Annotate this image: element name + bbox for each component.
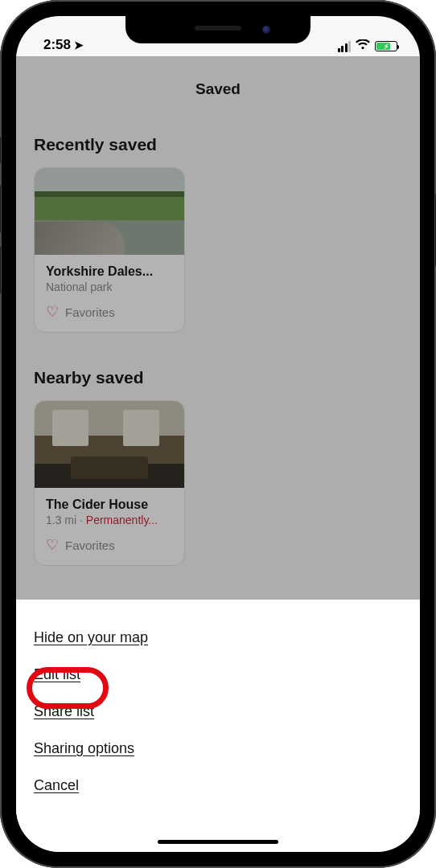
page-title: Saved [16, 56, 420, 130]
battery-icon: ⚡︎ [375, 41, 397, 51]
place-status: Permanently... [86, 514, 158, 526]
section-title-recent: Recently saved [16, 130, 420, 167]
sheet-hide-on-map[interactable]: Hide on your map [34, 619, 148, 656]
place-distance: 1.3 mi [46, 514, 76, 526]
place-sep: · [76, 514, 86, 526]
charging-icon: ⚡︎ [384, 43, 389, 50]
sheet-edit-list[interactable]: Edit list [34, 656, 80, 693]
favorites-label: Favorites [65, 538, 115, 552]
cellular-signal-icon [338, 41, 352, 52]
place-name: The Cider House [46, 497, 173, 512]
volume-up-button [0, 185, 1, 233]
speaker [195, 26, 241, 31]
heart-icon: ♡ [46, 536, 59, 554]
location-icon: ➤ [74, 39, 84, 51]
place-subtitle: 1.3 mi · Permanently... [46, 514, 173, 526]
place-card-recent[interactable]: Yorkshire Dales... National park ♡ Favor… [34, 167, 185, 333]
action-sheet: Hide on your map Edit list Share list Sh… [16, 600, 420, 852]
screen: 2:58 ➤ ⚡︎ Saved Recently saved [16, 16, 420, 852]
sheet-sharing-options[interactable]: Sharing options [34, 730, 134, 767]
wifi-icon [356, 39, 370, 52]
section-title-nearby: Nearby saved [16, 363, 420, 400]
notch [125, 16, 311, 43]
status-time: 2:58 [43, 37, 71, 53]
place-subtitle: National park [46, 280, 173, 293]
home-indicator[interactable] [158, 840, 278, 844]
mute-switch [0, 137, 1, 164]
place-image [35, 401, 184, 488]
place-image [35, 168, 184, 255]
front-camera [262, 26, 270, 34]
sheet-share-list[interactable]: Share list [34, 693, 94, 730]
phone-frame: 2:58 ➤ ⚡︎ Saved Recently saved [0, 0, 436, 868]
page-content: Saved Recently saved Yorkshire Dales... … [16, 56, 420, 566]
volume-down-button [0, 246, 1, 294]
heart-icon: ♡ [46, 303, 59, 321]
sheet-cancel[interactable]: Cancel [34, 767, 79, 804]
place-card-nearby[interactable]: The Cider House 1.3 mi · Permanently... … [34, 400, 185, 566]
favorites-label: Favorites [65, 305, 115, 319]
place-name: Yorkshire Dales... [46, 264, 173, 279]
